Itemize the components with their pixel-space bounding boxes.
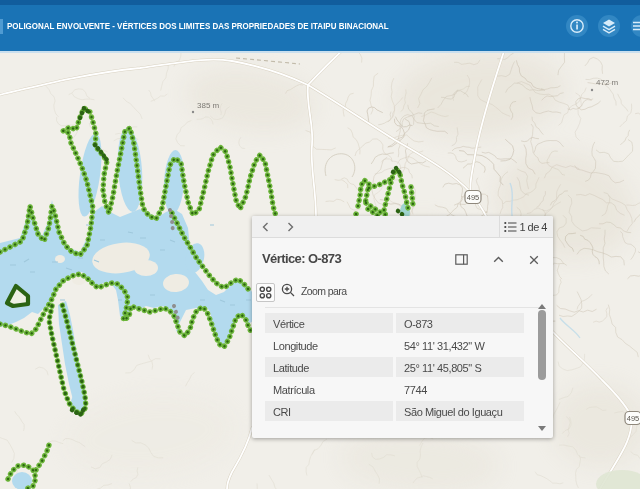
svg-text:495: 495 [627,414,640,423]
svg-text:385 m: 385 m [197,101,220,110]
svg-text:495: 495 [467,193,480,202]
svg-text:472 m: 472 m [596,78,619,87]
